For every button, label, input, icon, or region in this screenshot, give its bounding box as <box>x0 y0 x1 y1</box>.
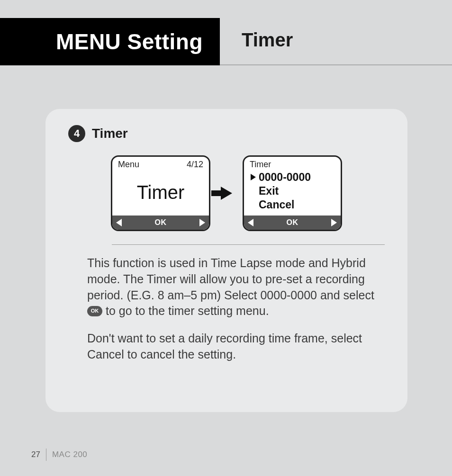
lcd1-top-right: 4/12 <box>187 160 203 170</box>
lcd2-top-left: Timer <box>250 160 271 170</box>
card-title: Timer <box>92 126 128 141</box>
lcd2-option-selected: 0000-0000 <box>251 171 334 184</box>
header-subtitle: Timer <box>242 29 293 51</box>
lcd2-top-row: Timer <box>244 157 341 170</box>
lcd2-option-cancel: Cancel <box>259 198 334 212</box>
card-header: 4 Timer <box>68 125 385 142</box>
card-description: This function is used in Time Lapse mode… <box>68 255 385 363</box>
ok-pill-icon: OK <box>87 306 102 316</box>
left-arrow-icon <box>248 219 253 226</box>
lcd2-ok-label: OK <box>287 218 298 227</box>
flow-arrow-icon <box>221 187 232 200</box>
card-divider <box>112 244 385 245</box>
lcd2-option-time: 0000-0000 <box>259 171 311 184</box>
lcd2-option-list: 0000-0000 Exit Cancel <box>244 170 341 216</box>
header-rule <box>220 64 452 65</box>
lcd-screen-timer: Timer 0000-0000 Exit Cancel <box>243 155 342 231</box>
selection-caret-icon <box>251 174 256 180</box>
screen-flow: Menu 4/12 Timer OK Timer <box>68 155 385 231</box>
step-number-badge: 4 <box>68 125 85 142</box>
description-paragraph-1: This function is used in Time Lapse mode… <box>87 255 381 319</box>
page-number: 27 <box>31 450 40 459</box>
lcd1-nav-bar: OK <box>112 216 209 230</box>
page-footer: 27 MAC 200 <box>31 449 87 461</box>
left-arrow-icon <box>116 219 122 226</box>
lcd1-body: Timer <box>112 170 209 216</box>
instruction-card: 4 Timer Menu 4/12 Timer OK <box>45 109 407 412</box>
description-paragraph-2: Don't want to set a daily recording time… <box>87 331 381 363</box>
right-arrow-icon <box>331 219 337 226</box>
header-black-band: MENU Setting <box>0 18 220 65</box>
footer-separator <box>46 449 46 461</box>
lcd1-top-left: Menu <box>118 160 139 170</box>
product-model: MAC 200 <box>52 450 87 459</box>
section-title: MENU Setting <box>56 29 203 54</box>
right-arrow-icon <box>199 219 205 226</box>
lcd1-ok-label: OK <box>155 218 167 227</box>
lcd1-center-label: Timer <box>137 182 185 203</box>
lcd2-option-exit: Exit <box>259 184 334 198</box>
lcd-screen-menu: Menu 4/12 Timer OK <box>111 155 210 231</box>
lcd2-nav-bar: OK <box>244 216 341 230</box>
lcd1-top-row: Menu 4/12 <box>112 157 209 170</box>
